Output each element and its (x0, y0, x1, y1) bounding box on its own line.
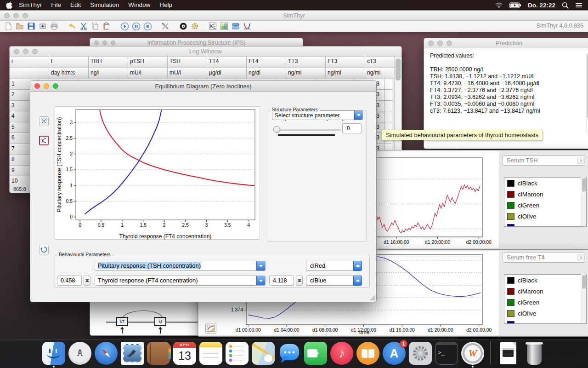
ft4-series-select[interactable]: Serum free T4v (503, 253, 586, 263)
spin-value-right[interactable]: 4.118 (269, 276, 294, 286)
structure-parameter-slider[interactable] (273, 126, 340, 134)
color-list-item[interactable]: clMaroon (504, 286, 586, 297)
open-icon[interactable] (14, 22, 25, 31)
spin-value-left[interactable]: 0.458 (57, 276, 82, 286)
color-list-item[interactable] (504, 319, 586, 324)
behavioural-combo-1[interactable]: Pituitary response (TSH concentration) (95, 261, 266, 271)
dock-safari-icon[interactable] (95, 342, 118, 365)
menu-item[interactable]: Simulation (85, 0, 124, 10)
pause-icon[interactable] (130, 22, 141, 31)
dock-appstore-icon[interactable]: A1 (383, 342, 406, 365)
slider-thumb[interactable] (273, 126, 280, 133)
list-scrollbar[interactable] (581, 274, 586, 323)
dock-ibooks-icon[interactable] (356, 342, 379, 365)
dock-reminders-icon[interactable] (226, 342, 249, 365)
menu-item[interactable]: File (46, 0, 66, 10)
chart-icon[interactable] (207, 22, 218, 31)
dock-trash-icon[interactable] (523, 342, 546, 365)
isocline-plot-button[interactable] (39, 136, 49, 145)
equilibrium-titlebar[interactable]: Equilibrium Diagram (Zero Isoclines) (30, 81, 376, 92)
color-list-item[interactable]: clBlack (504, 178, 586, 189)
dock-calendar-icon[interactable]: APR 13 (173, 342, 196, 365)
dock-notes-icon[interactable] (199, 342, 222, 365)
color-name: clBlack (518, 180, 537, 187)
color-list-item[interactable]: clOlive (504, 211, 586, 222)
battery-icon[interactable] (509, 2, 521, 8)
dock-finder-icon[interactable] (42, 342, 65, 365)
tsh-color-list[interactable]: clBlack clMaroon clGreen clOlive (504, 177, 587, 227)
dock-contacts-icon[interactable] (147, 342, 170, 365)
refresh-button[interactable] (39, 245, 49, 254)
dock-launchpad-icon[interactable] (68, 342, 91, 365)
apple-menu-icon[interactable] (6, 1, 12, 9)
dock-document-icon[interactable] (497, 342, 520, 365)
menu-item[interactable]: Help (155, 0, 177, 10)
spotlight-icon[interactable] (562, 2, 569, 9)
block-diagram-icon[interactable] (230, 22, 241, 31)
scrollbar-thumb[interactable] (582, 275, 586, 289)
save-icon[interactable] (26, 22, 37, 31)
group-label: Structure Parameters (270, 107, 320, 112)
menu-item[interactable]: Edit (66, 0, 85, 10)
toolbar-titlebar[interactable]: SimThyr (0, 11, 588, 21)
color-list-item[interactable]: clOlive (504, 308, 586, 319)
dock-maps-icon[interactable] (252, 342, 275, 365)
color-swatch (507, 180, 514, 187)
stop-icon[interactable] (142, 22, 153, 31)
menu-item[interactable]: Window (124, 0, 155, 10)
cut-icon[interactable] (78, 22, 89, 31)
dock-itunes-icon[interactable]: ♪ (330, 342, 353, 365)
sensitivity-map-icon[interactable] (219, 22, 230, 31)
color-list-item[interactable]: clGreen (504, 297, 586, 308)
color-list-item[interactable]: clBlack (504, 275, 586, 286)
dock-system-preferences-icon[interactable] (409, 342, 432, 365)
tooltip: Simulated behavioural parameters of thyr… (381, 130, 543, 140)
prediction-scrollbar[interactable] (586, 52, 588, 135)
svg-text:2.5: 2.5 (182, 222, 189, 228)
save-as-icon[interactable] (37, 22, 48, 31)
paste-icon[interactable] (101, 22, 112, 31)
svg-text:d1 08:00:00: d1 08:00:00 (312, 327, 338, 333)
menu-item[interactable]: SimThyr (14, 0, 46, 10)
color-select-2[interactable]: clBlue (306, 276, 362, 286)
scrollbar-thumb[interactable] (396, 58, 401, 80)
print-icon[interactable] (49, 22, 60, 31)
log-titlebar[interactable]: Log Window (10, 46, 401, 57)
color-swatch (507, 299, 514, 306)
scrollbar-thumb[interactable] (582, 178, 586, 192)
ft4-color-list[interactable]: clBlack clMaroon clGreen clOlive (504, 274, 587, 324)
slider-track[interactable] (273, 129, 340, 131)
rescale-button[interactable] (39, 116, 49, 126)
structure-parameter-value[interactable]: 0 (342, 123, 362, 133)
cd-icon[interactable] (178, 22, 189, 31)
wifi-icon[interactable] (495, 2, 503, 8)
color-list-item[interactable] (504, 222, 586, 227)
dock-messages-icon[interactable] (278, 342, 301, 365)
menu-clock[interactable]: Do. 22:22 (528, 2, 555, 9)
i-label: [I] (156, 334, 160, 336)
dock-mail-icon[interactable] (121, 342, 144, 365)
tsh-series-select[interactable]: Serum TSHv (503, 155, 586, 166)
tools-icon[interactable] (160, 22, 171, 31)
gear-icon[interactable] (189, 22, 200, 31)
list-scrollbar[interactable] (581, 177, 586, 226)
stepper-left[interactable] (84, 276, 90, 286)
resize-grip[interactable] (369, 295, 375, 301)
isocline-icon[interactable] (242, 22, 253, 31)
undo-icon[interactable] (67, 22, 78, 31)
color-list-item[interactable]: clMaroon (504, 189, 586, 200)
chart-edit-button[interactable] (205, 323, 216, 334)
dock-terminal-icon[interactable]: >_ (435, 342, 458, 365)
color-list-item[interactable]: clGreen (504, 200, 586, 211)
color-select-1[interactable]: clRed (306, 261, 362, 271)
behavioural-combo-2[interactable]: Thyroid response (FT4 concentration) (95, 276, 266, 286)
notification-center-icon[interactable] (575, 2, 582, 8)
stepper-right[interactable] (296, 276, 303, 286)
dock-simthyr-icon[interactable]: W (461, 342, 484, 365)
prediction-titlebar[interactable]: Prediction (424, 38, 588, 48)
column-unit: mU/l (168, 68, 207, 79)
new-document-icon[interactable] (3, 22, 14, 31)
dock-facetime-icon[interactable] (304, 342, 327, 365)
copy-icon[interactable] (90, 22, 101, 31)
run-icon[interactable] (119, 22, 130, 31)
